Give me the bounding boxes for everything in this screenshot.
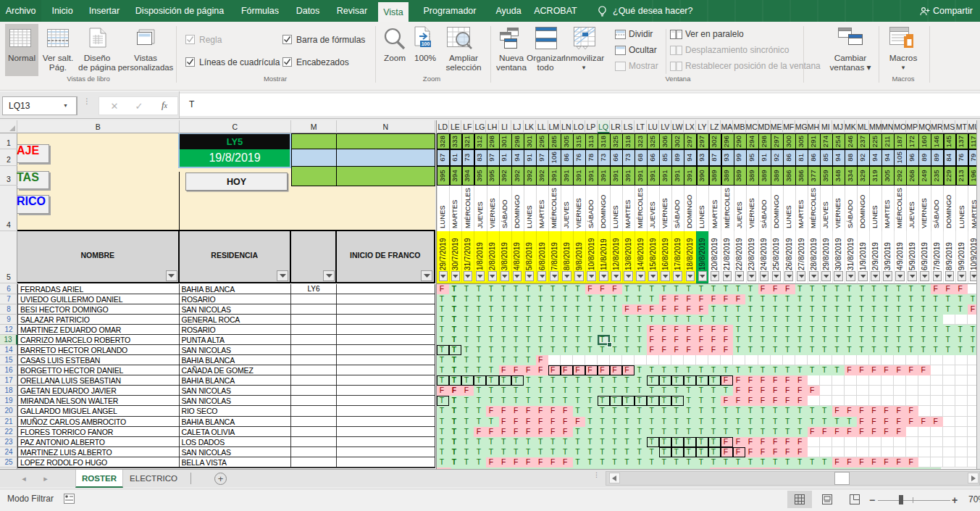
svg-text:100: 100 — [422, 41, 430, 46]
